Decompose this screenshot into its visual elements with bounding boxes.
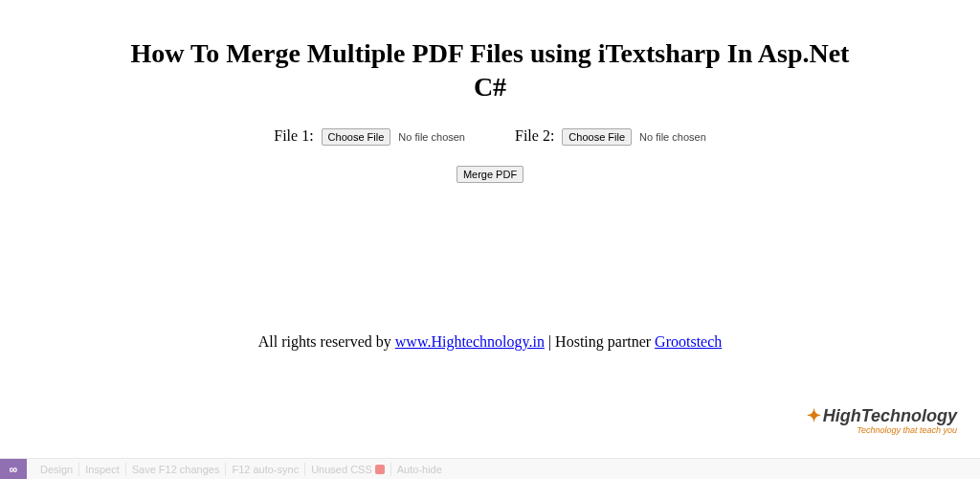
dev-toolbar: ∞ Design Inspect Save F12 changes F12 au… [0, 458, 980, 479]
file-inputs-row: File 1: Choose File No file chosen File … [0, 126, 980, 146]
toolbar-design[interactable]: Design [34, 463, 79, 476]
footer-link-grootstech[interactable]: Grootstech [655, 333, 722, 350]
toolbar-autosync[interactable]: F12 auto-sync [226, 463, 305, 476]
merge-pdf-button[interactable]: Merge PDF [457, 166, 523, 183]
file2-choose-button[interactable]: Choose File [562, 128, 632, 146]
brand-name-row: ✦HighTechnology [807, 407, 957, 424]
toolbar-autohide[interactable]: Auto-hide [391, 463, 448, 476]
toolbar-inspect[interactable]: Inspect [79, 463, 125, 476]
brand-logo: ✦HighTechnology Technology that teach yo… [807, 407, 957, 435]
visual-studio-icon[interactable]: ∞ [0, 459, 27, 480]
footer-separator: | Hosting partner [545, 333, 655, 350]
footer: All rights reserved by www.Hightechnolog… [0, 333, 980, 351]
file1-group: File 1: Choose File No file chosen [274, 127, 465, 146]
page-title: How To Merge Multiple PDF Files using iT… [126, 36, 854, 103]
warning-badge-icon [375, 465, 385, 474]
brand-tagline: Technology that teach you [807, 425, 957, 435]
file2-label: File 2: [515, 127, 554, 144]
footer-prefix: All rights reserved by [258, 333, 395, 350]
file2-status: No file chosen [639, 131, 706, 143]
file1-choose-button[interactable]: Choose File [322, 128, 391, 146]
file1-status: No file chosen [398, 131, 465, 143]
file1-label: File 1: [274, 127, 313, 144]
brand-icon: ✦ [807, 407, 821, 424]
toolbar-unused-css[interactable]: Unused CSS [305, 463, 391, 476]
merge-row: Merge PDF [0, 165, 980, 183]
toolbar-unused-label: Unused CSS [311, 464, 372, 475]
brand-name: HighTechnology [823, 406, 957, 425]
footer-link-hightechnology[interactable]: www.Hightechnology.in [395, 333, 545, 350]
file2-group: File 2: Choose File No file chosen [515, 127, 706, 146]
toolbar-save-f12[interactable]: Save F12 changes [126, 463, 227, 476]
